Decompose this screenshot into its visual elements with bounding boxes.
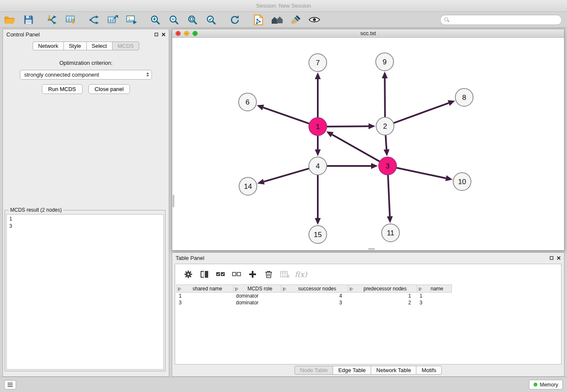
table-row[interactable]: 1dominator411 [176, 293, 452, 299]
control-panel-header: Control Panel [3, 29, 169, 39]
import-network-button[interactable] [45, 13, 59, 27]
edge-arrowhead [382, 72, 388, 78]
tab-style[interactable]: Style [63, 41, 87, 50]
trash-icon [265, 270, 272, 279]
table-row[interactable]: 3dominator323 [176, 299, 452, 306]
edge-arrowhead [257, 179, 264, 184]
table-settings-button[interactable] [180, 267, 196, 282]
optimization-criterion-label: Optimization criterion: [3, 60, 169, 66]
edge-arrowhead [315, 149, 321, 156]
edge-2-3[interactable] [385, 135, 386, 149]
column-header-shared-name[interactable]: shared name [176, 285, 234, 293]
apply-function-button[interactable]: f(x) [293, 267, 309, 282]
show-hide-panel-button[interactable] [307, 13, 322, 27]
zoom-in-button[interactable] [148, 13, 162, 27]
vertical-scrollbar[interactable] [173, 195, 174, 207]
graph-node-label: 4 [316, 162, 319, 170]
float-table-panel-button[interactable] [550, 256, 553, 260]
table-cell[interactable]: 3 [176, 299, 234, 306]
window-titlebar: Session: New Session [0, 0, 567, 12]
import-table-button[interactable] [63, 13, 78, 27]
main-toolbar [0, 12, 567, 28]
column-header-name[interactable]: name [417, 285, 452, 293]
column-header-MCDS-role[interactable]: MCDS role [234, 285, 281, 293]
export-image-button[interactable] [124, 13, 139, 27]
toggle-column-panel-button[interactable] [196, 267, 212, 282]
network-document-button[interactable] [251, 13, 266, 27]
graph-node-label: 6 [245, 98, 249, 106]
edge-2-9[interactable] [385, 78, 385, 117]
close-table-panel-button[interactable] [557, 256, 561, 260]
memory-button[interactable]: Memory [529, 380, 563, 389]
delete-column-button[interactable] [261, 267, 277, 282]
edge-arrowhead [371, 163, 378, 169]
edge-3-1[interactable] [332, 135, 380, 162]
zoom-out-button[interactable] [167, 13, 181, 27]
minimize-window-button[interactable] [184, 31, 189, 36]
select-all-rows-button[interactable] [212, 267, 228, 282]
table-cell[interactable]: 1 [417, 293, 452, 299]
open-file-button[interactable] [3, 13, 17, 27]
edge-3-11[interactable] [388, 175, 390, 216]
export-network-button[interactable] [87, 13, 102, 27]
tab-select[interactable]: Select [86, 41, 113, 50]
style-paint-button[interactable] [289, 13, 303, 27]
control-panel: Control Panel NetworkStyleSelectMCDS Opt… [3, 29, 169, 377]
table-cell[interactable]: 1 [176, 293, 234, 299]
network-view-window: scc.txt 7968124314101511 [172, 29, 564, 251]
run-mcds-button[interactable]: Run MCDS [42, 84, 83, 94]
table-cell[interactable]: dominator [234, 293, 281, 299]
edge-3-10[interactable] [396, 168, 446, 178]
edge-2-8[interactable] [394, 103, 449, 123]
export-table-button[interactable] [106, 13, 120, 27]
column-header-predecessor-nodes[interactable]: predecessor nodes [348, 285, 417, 293]
edge-arrowhead [315, 72, 321, 79]
table-cell[interactable]: dominator [234, 299, 281, 306]
tab-motifs[interactable]: Motifs [416, 366, 442, 375]
zoom-selected-button[interactable] [204, 13, 218, 27]
deselect-all-rows-button[interactable] [228, 267, 245, 282]
import-network-icon [47, 15, 58, 25]
mcds-result-text[interactable]: 1 3 [6, 214, 164, 370]
table-cell[interactable]: 2 [348, 299, 417, 306]
export-table-icon [107, 15, 118, 25]
tab-node-table[interactable]: Node Table [295, 366, 333, 375]
table-cell[interactable]: 3 [281, 299, 348, 306]
delete-table-button[interactable] [277, 267, 293, 282]
panel-menu-button[interactable] [4, 380, 16, 389]
table-cell[interactable]: 1 [348, 293, 417, 299]
float-panel-button[interactable] [154, 33, 158, 36]
save-icon [24, 15, 33, 25]
save-session-button[interactable] [21, 13, 36, 27]
network-canvas[interactable]: 7968124314101511 [172, 38, 564, 250]
tab-network[interactable]: Network [33, 41, 64, 50]
edge-1-6[interactable] [263, 108, 309, 124]
node-table-area: f(x) shared nameMCDS rolesuccessor nodes… [175, 264, 561, 364]
tab-edge-table[interactable]: Edge Table [333, 366, 371, 375]
tab-mcds[interactable]: MCDS [112, 41, 139, 50]
close-control-panel-button[interactable] [162, 33, 165, 36]
table-cell[interactable]: 3 [417, 299, 452, 306]
zoom-fit-button[interactable] [185, 13, 200, 27]
edge-4-14[interactable] [264, 168, 309, 182]
refresh-layout-button[interactable] [228, 13, 242, 27]
edge-1-2[interactable] [327, 126, 369, 127]
horizontal-scrollbar[interactable] [368, 248, 375, 250]
search-icon [444, 17, 449, 22]
table-panel-header: Table Panel [172, 253, 564, 263]
optimization-criterion-select[interactable]: strongly connected component [20, 70, 152, 80]
tab-network-table[interactable]: Network Table [371, 366, 416, 375]
close-panel-button[interactable]: Close panel [88, 84, 130, 94]
search-field[interactable] [440, 15, 562, 25]
table-cell[interactable]: 4 [281, 293, 348, 299]
search-input[interactable] [451, 16, 561, 24]
home-view-button[interactable] [270, 13, 284, 27]
column-header-successor-nodes[interactable]: successor nodes [281, 285, 348, 293]
add-column-button[interactable] [245, 267, 261, 282]
dropdown-stepper-icon [146, 71, 149, 78]
edge-arrowhead [384, 149, 390, 156]
close-window-icon [177, 32, 179, 35]
edge-arrowhead [257, 105, 264, 110]
maximize-window-button[interactable] [193, 31, 198, 36]
close-window-button[interactable] [176, 31, 181, 36]
